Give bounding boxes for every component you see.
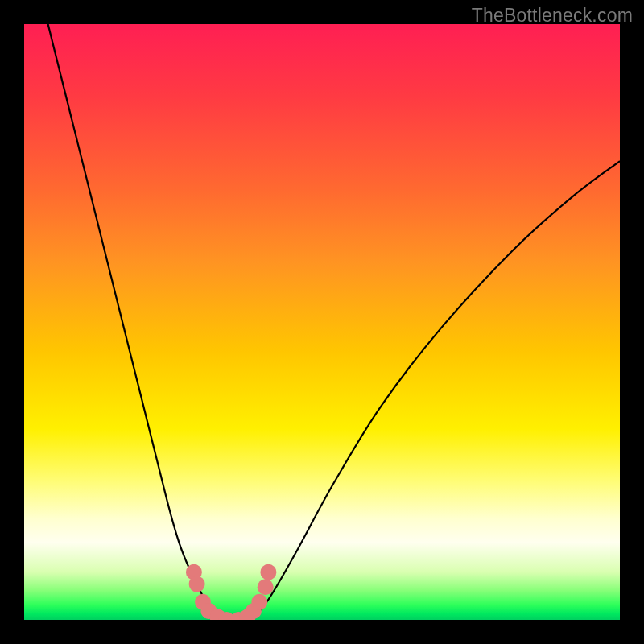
curve-marker	[258, 579, 274, 595]
bottleneck-curve-right	[245, 161, 620, 620]
curve-marker	[189, 576, 205, 592]
curve-marker	[260, 564, 276, 580]
bottleneck-curve-left	[48, 24, 227, 620]
curve-marker	[251, 594, 267, 610]
attribution-label: TheBottleneck.com	[472, 5, 633, 27]
plot-area	[24, 24, 620, 620]
chart-frame: TheBottleneck.com	[0, 0, 644, 644]
curves-svg	[24, 24, 620, 620]
curve-markers	[186, 564, 277, 620]
